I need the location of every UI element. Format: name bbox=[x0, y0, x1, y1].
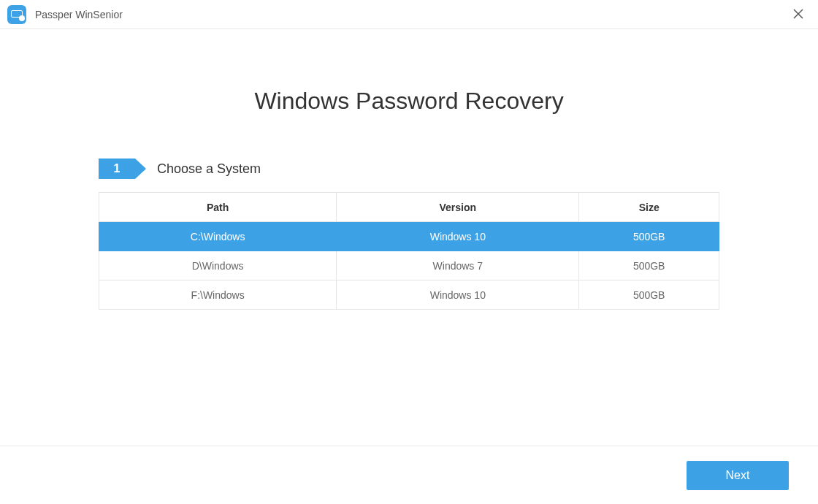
table-cell-path: F:\Windows bbox=[99, 280, 337, 310]
close-icon bbox=[793, 9, 803, 19]
page-title: Windows Password Recovery bbox=[254, 88, 563, 115]
table-row[interactable]: F:\WindowsWindows 10500GB bbox=[99, 280, 719, 310]
table-cell-path: D\Windows bbox=[99, 251, 337, 280]
step-label: Choose a System bbox=[157, 161, 261, 177]
footer: Next bbox=[0, 446, 818, 504]
step-container: 1 Choose a System Path Version Size C:\W… bbox=[99, 159, 719, 310]
step-header: 1 Choose a System bbox=[99, 159, 719, 179]
next-button[interactable]: Next bbox=[687, 461, 789, 490]
table-cell-version: Windows 10 bbox=[337, 280, 579, 310]
step-number-badge: 1 bbox=[99, 159, 135, 179]
column-header-size: Size bbox=[579, 193, 719, 222]
main-content: Windows Password Recovery 1 Choose a Sys… bbox=[0, 29, 818, 310]
table-cell-size: 500GB bbox=[579, 251, 719, 280]
app-title: Passper WinSenior bbox=[35, 9, 123, 20]
system-table: Path Version Size C:\WindowsWindows 1050… bbox=[99, 192, 719, 310]
table-row[interactable]: C:\WindowsWindows 10500GB bbox=[99, 222, 719, 251]
table-row[interactable]: D\WindowsWindows 7500GB bbox=[99, 251, 719, 280]
table-cell-size: 500GB bbox=[579, 280, 719, 310]
close-button[interactable] bbox=[793, 8, 803, 21]
table-cell-version: Windows 10 bbox=[337, 222, 579, 251]
table-cell-path: C:\Windows bbox=[99, 222, 337, 251]
table-cell-version: Windows 7 bbox=[337, 251, 579, 280]
column-header-version: Version bbox=[337, 193, 579, 222]
column-header-path: Path bbox=[99, 193, 337, 222]
titlebar: Passper WinSenior bbox=[0, 0, 818, 29]
table-header-row: Path Version Size bbox=[99, 193, 719, 222]
app-icon bbox=[7, 5, 26, 24]
table-cell-size: 500GB bbox=[579, 222, 719, 251]
